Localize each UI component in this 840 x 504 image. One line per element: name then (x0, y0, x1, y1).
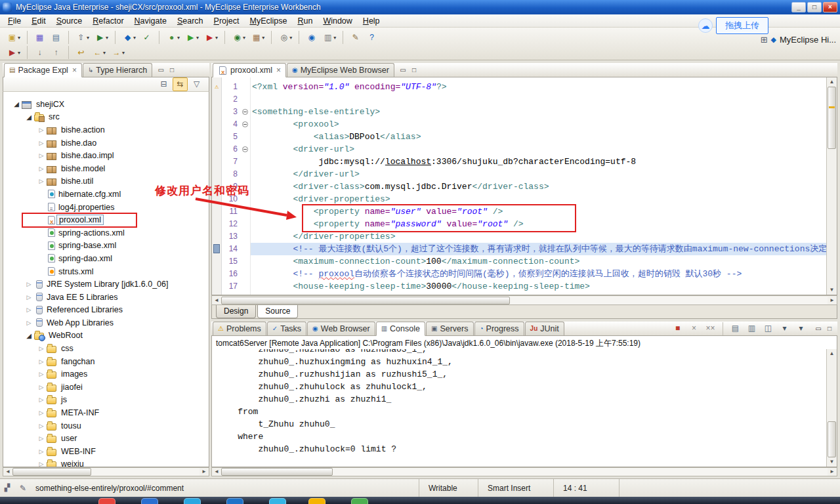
menu-navigate[interactable]: Navigate (129, 15, 172, 27)
link-with-editor-button[interactable]: ⇆ (173, 77, 188, 91)
last-edit-location-button[interactable]: ↩ (74, 46, 89, 60)
editor-line-8[interactable]: 8 </driver-url> (212, 168, 826, 180)
validate-button[interactable]: ✓ (139, 31, 154, 45)
remove-all-launches-button[interactable]: ×× (703, 322, 718, 335)
scroll-thumb[interactable] (221, 297, 510, 304)
editor-line-7[interactable]: 7 jdbc:mysql://localhost:3306/shujuku_db… (212, 156, 826, 168)
fold-collapse-icon[interactable] (241, 106, 250, 118)
print-button[interactable]: ▤ (49, 31, 64, 45)
tree-item-struts-xml[interactable]: struts.xml (3, 265, 209, 278)
expand-arrow-icon[interactable]: ▷ (24, 306, 34, 313)
view-tab-source[interactable]: Source (257, 305, 298, 318)
windows-taskbar[interactable] (0, 497, 840, 504)
scroll-right-button[interactable]: ► (828, 297, 837, 304)
editor-horizontal-scrollbar[interactable]: ◄ ► (211, 295, 837, 305)
menu-refactor[interactable]: Refactor (87, 15, 129, 27)
tree-item-src[interactable]: ◢src (3, 111, 209, 124)
console-output[interactable]: zhuhu0_.huzhuhao as huzhuhao3_1_, zhuhu0… (211, 349, 837, 467)
scroll-down-button[interactable]: ▼ (827, 285, 837, 295)
fold-collapse-icon[interactable] (241, 118, 250, 131)
explorer-horizontal-scrollbar[interactable]: ◄ ► (3, 467, 209, 476)
collapse-arrow-icon[interactable]: ◢ (24, 114, 34, 121)
forward-button[interactable]: →▾ (109, 46, 127, 60)
tree-item-shejicx[interactable]: ◢shejiCX (3, 98, 209, 111)
search-button[interactable]: ◎▾ (276, 31, 294, 45)
menu-project[interactable]: Project (209, 15, 245, 27)
editor-line-3[interactable]: 3<something-else-entirely> (212, 106, 826, 118)
tree-item-referenced-libraries[interactable]: ▷Referenced Libraries (3, 304, 209, 317)
expand-arrow-icon[interactable]: ▷ (36, 345, 47, 352)
expand-arrow-icon[interactable]: ▷ (36, 140, 47, 146)
tree-item-java-ee-5-libraries[interactable]: ▷Java EE 5 Libraries (3, 291, 209, 304)
explorer-tab-package-expl[interactable]: ▤Package Expl× (4, 63, 82, 77)
scroll-lock-button[interactable]: ▥ (744, 322, 759, 335)
maximize-view-button[interactable]: □ (825, 325, 834, 332)
editor-tab-myeclipse-web-browser[interactable]: ◉MyEclipse Web Browser (287, 63, 394, 77)
expand-arrow-icon[interactable]: ▷ (36, 371, 47, 377)
menu-run[interactable]: Run (292, 15, 318, 27)
tree-item-bishe-model[interactable]: ▷bishe.model (3, 162, 209, 175)
scroll-thumb[interactable] (12, 468, 91, 476)
expand-arrow-icon[interactable]: ▷ (36, 410, 47, 416)
tree-item-css[interactable]: ▷css (3, 342, 209, 355)
taskbar-app-6[interactable] (308, 498, 326, 504)
explorer-tab-type-hierarch[interactable]: ↳Type Hierarch (83, 63, 152, 77)
editor-vertical-scrollbar[interactable]: ▲ ▼ (826, 77, 837, 295)
editor-tab-proxool-xml[interactable]: proxool.xml× (213, 63, 286, 77)
web-browser-button[interactable]: ◉ (304, 31, 319, 45)
taskbar-app-4[interactable] (226, 498, 243, 504)
taskbar-app-5[interactable] (269, 498, 286, 504)
scroll-thumb[interactable] (828, 87, 836, 149)
editor-line-14[interactable]: 14 <!-- 最大连接数(默认5个)，超过了这个连接数，再有请求时，就排在队列… (212, 243, 826, 255)
overview-warning-marker[interactable] (829, 106, 835, 108)
collapse-arrow-icon[interactable]: ◢ (24, 332, 34, 339)
editor-text-area[interactable]: ⚠1<?xml version="1.0" encoding="UTF-8"?>… (212, 77, 826, 295)
tree-item-meta-inf[interactable]: ▷META-INF (3, 406, 209, 419)
tree-item-bishe-dao-impl[interactable]: ▷bishe.dao.impl (3, 149, 209, 162)
console-tab-console[interactable]: ▥Console (376, 322, 425, 336)
minimize-view-button[interactable]: ▭ (398, 66, 408, 74)
tree-item-fangchan[interactable]: ▷fangchan (3, 355, 209, 368)
back-button[interactable]: ←▾ (90, 46, 108, 60)
fast-view-icon[interactable]: ▞ (0, 484, 14, 492)
editor-line-11[interactable]: 11 <property name="user" value="root" /> (212, 205, 826, 218)
editor-line-9[interactable]: 9 <driver-class>com.mysql.jdbc.Driver</d… (212, 180, 826, 193)
expand-arrow-icon[interactable]: ▷ (36, 461, 47, 467)
tree-item-webroot[interactable]: ◢WebRoot (3, 329, 209, 343)
tree-item-jiaofei[interactable]: ▷jiaofei (3, 381, 209, 394)
view-tab-design[interactable]: Design (216, 305, 256, 318)
expand-arrow-icon[interactable]: ▷ (36, 396, 47, 403)
pin-console-button[interactable]: ◫ (761, 322, 776, 335)
run-server-button[interactable]: ▶▾ (93, 31, 110, 45)
expand-arrow-icon[interactable]: ▷ (36, 165, 47, 172)
scroll-down-button[interactable]: ▼ (827, 457, 837, 467)
menu-window[interactable]: Window (318, 15, 357, 27)
tree-item-log4j-properties[interactable]: log4j.properties (3, 201, 209, 214)
text-editor-button[interactable]: ✎ (348, 31, 363, 45)
debug-button[interactable]: ●▾ (164, 31, 182, 45)
editor-line-5[interactable]: 5 <alias>DBPool</alias> (212, 131, 826, 143)
editor-line-13[interactable]: 13 </driver-properties> (212, 230, 826, 243)
editor-line-16[interactable]: 16 <!-- proxool自动侦察各个连接状态的时间间隔(毫秒)，侦察到空闲… (212, 268, 826, 280)
maximize-window-button[interactable]: □ (807, 2, 822, 12)
console-tab-progress[interactable]: ◔Progress (474, 322, 524, 335)
console-horizontal-scrollbar[interactable]: ◄ ► (211, 467, 837, 476)
minimize-window-button[interactable]: _ (791, 2, 806, 12)
new-class-button[interactable]: ◉▾ (230, 31, 247, 45)
tree-item-bishe-dao[interactable]: ▷bishe.dao (3, 136, 209, 150)
minimize-view-button[interactable]: ▭ (814, 325, 823, 332)
collapse-arrow-icon[interactable]: ◢ (11, 100, 22, 108)
tree-item-spring-base-xml[interactable]: spring-base.xml (3, 240, 209, 253)
menu-edit[interactable]: Edit (26, 15, 51, 27)
expand-arrow-icon[interactable]: ▷ (36, 448, 47, 455)
console-tab-servers[interactable]: ▣Servers (426, 322, 474, 335)
remove-launch-button[interactable]: × (686, 322, 702, 335)
show-annotations-button[interactable]: ▥▾ (320, 31, 338, 45)
deploy-project-button[interactable]: ⇧▾ (74, 31, 91, 45)
display-selected-console-button[interactable]: ▾ (777, 322, 792, 335)
console-tab-junit[interactable]: JuJUnit (525, 322, 564, 335)
scroll-track[interactable] (221, 468, 828, 476)
editor-line-10[interactable]: 10 <driver-properties> (212, 193, 826, 205)
taskbar-app-2[interactable] (141, 498, 158, 504)
expand-arrow-icon[interactable]: ▷ (24, 281, 34, 287)
